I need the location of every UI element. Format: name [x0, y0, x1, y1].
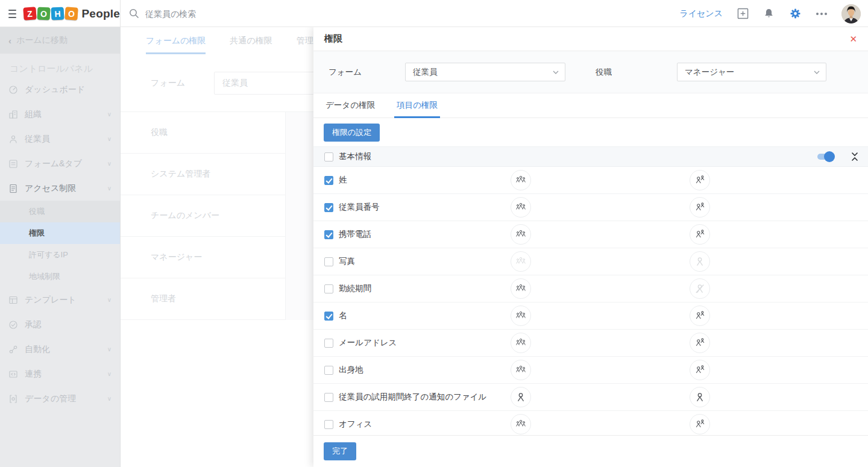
view-permission-button[interactable] [511, 360, 531, 380]
zoho-people-logo[interactable]: ZOHOPeople [24, 7, 121, 20]
view-permission-button[interactable] [511, 306, 531, 326]
form-select-label: フォーム [329, 67, 405, 78]
section-checkbox[interactable] [324, 152, 333, 161]
field-label: オフィス [339, 419, 372, 430]
data-management-icon [8, 394, 18, 404]
edit-permission-button[interactable] [690, 333, 710, 353]
field-checkbox[interactable] [324, 257, 333, 266]
done-button[interactable]: 完了 [324, 442, 356, 460]
field-label: 勤続期間 [339, 283, 371, 294]
field-checkbox[interactable] [324, 203, 333, 212]
view-permission-button[interactable] [511, 278, 531, 299]
user-avatar[interactable] [841, 4, 861, 24]
chevron-icon: ∨ [107, 160, 112, 167]
field-checkbox[interactable] [324, 230, 333, 239]
edit-permission-button[interactable] [690, 387, 710, 407]
field-checkbox[interactable] [324, 393, 333, 402]
sidebar-item[interactable]: 自動化∨ [0, 337, 120, 362]
close-icon[interactable]: ✕ [849, 34, 857, 43]
sidebar-item[interactable]: ダッシュボード [0, 77, 120, 102]
field-checkbox[interactable] [324, 339, 333, 348]
background-role-label: マネージャー [151, 252, 202, 263]
top-bar-left: ZOHOPeople [0, 0, 121, 27]
hamburger-menu-icon[interactable] [8, 7, 16, 20]
sidebar-item[interactable]: 従業員∨ [0, 127, 120, 151]
edit-permission-button[interactable] [690, 224, 710, 245]
view-permission-button[interactable] [511, 197, 531, 218]
modal-header: 権限 ✕ [313, 27, 868, 51]
view-permission-button[interactable] [511, 414, 531, 434]
notifications-bell-icon[interactable] [763, 8, 775, 19]
sidebar-item[interactable]: 連携∨ [0, 362, 120, 386]
employee-icon [8, 134, 18, 144]
edit-permission-button[interactable] [690, 278, 710, 299]
edit-permission-button[interactable] [690, 197, 710, 218]
sidebar-back-home[interactable]: ‹ ホームに移動 [0, 27, 120, 54]
people-group-icon [515, 256, 526, 267]
field-row: 勤続期間 [313, 275, 868, 302]
field-row: 従業員の試用期間終了の通知のファイル [313, 384, 868, 411]
field-checkbox[interactable] [324, 284, 333, 293]
view-permission-button[interactable] [511, 224, 531, 245]
field-checkbox[interactable] [324, 312, 333, 321]
edit-permission-button[interactable] [690, 170, 710, 190]
sidebar-subitem[interactable]: 役職 [0, 201, 120, 222]
background-tab[interactable]: 共通の権限 [230, 27, 272, 54]
field-label: 従業員番号 [339, 202, 380, 213]
field-label: 名 [339, 310, 347, 321]
field-checkbox[interactable] [324, 366, 333, 375]
sidebar-subitem[interactable]: 許可するIP [0, 244, 120, 266]
modal-footer: 完了 [313, 435, 868, 467]
sidebar-item-label: アクセス制限 [25, 183, 76, 194]
settings-gear-icon[interactable] [789, 7, 802, 20]
add-icon[interactable] [737, 8, 749, 19]
more-options-icon[interactable] [816, 13, 827, 15]
people-group-icon [515, 337, 526, 348]
search-input[interactable] [145, 9, 338, 19]
form-select[interactable]: 従業員 [405, 63, 565, 81]
sidebar-subitem[interactable]: 地域制限 [0, 266, 120, 287]
modal-tabs: データの権限項目の権限 [313, 93, 868, 118]
view-permission-button[interactable] [511, 170, 531, 190]
view-permission-button[interactable] [511, 333, 531, 353]
collapse-icon[interactable] [851, 152, 858, 161]
person-disabled-icon [694, 283, 705, 294]
field-checkbox[interactable] [324, 420, 333, 429]
sidebar-item[interactable]: テンプレート∨ [0, 287, 120, 312]
forms-tabs-icon [8, 159, 18, 169]
edit-permission-button[interactable] [690, 414, 710, 434]
sidebar-item[interactable]: フォーム&タブ∨ [0, 151, 120, 176]
edit-permission-button[interactable] [690, 360, 710, 380]
logo-letter-tile: O [37, 7, 50, 20]
permissions-modal: 権限 ✕ フォーム 従業員 役職 マネージャー データの権限項目の権限 権限の設… [313, 27, 868, 467]
people-pair-icon [694, 365, 705, 375]
field-checkbox[interactable] [324, 176, 333, 185]
set-permission-button[interactable]: 権限の設定 [324, 124, 380, 142]
top-bar-actions: ライセンス [679, 0, 861, 27]
sidebar-item[interactable]: アクセス制限∨ [0, 176, 120, 201]
people-group-icon [515, 283, 526, 294]
view-permission-button[interactable] [511, 387, 531, 407]
sidebar-item-label: 自動化 [25, 344, 50, 355]
sidebar-item-label: フォーム&タブ [25, 158, 82, 169]
sidebar-item[interactable]: 承認 [0, 312, 120, 337]
person-icon [694, 256, 705, 267]
sidebar-item-label: ダッシュボード [25, 84, 85, 95]
section-toggle[interactable] [817, 154, 833, 160]
edit-permission-button[interactable] [690, 306, 710, 326]
modal-tab[interactable]: 項目の権限 [397, 93, 438, 118]
people-pair-icon [694, 202, 705, 213]
sidebar-subitem[interactable]: 権限 [0, 222, 120, 244]
role-select[interactable]: マネージャー [677, 63, 826, 81]
background-form-label: フォーム [151, 78, 214, 89]
background-tab[interactable]: フォームの権限 [146, 27, 206, 54]
view-permission-button[interactable] [511, 251, 531, 272]
sidebar-item[interactable]: 組織∨ [0, 102, 120, 127]
modal-tab[interactable]: データの権限 [326, 93, 375, 118]
edit-permission-button[interactable] [690, 251, 710, 272]
field-label: 従業員の試用期間終了の通知のファイル [339, 392, 486, 403]
license-link[interactable]: ライセンス [679, 8, 723, 19]
sidebar-item-label: データの管理 [25, 393, 76, 404]
sidebar-item[interactable]: データの管理∨ [0, 386, 120, 411]
app-root: ZOHOPeople ライセンス [0, 0, 868, 467]
